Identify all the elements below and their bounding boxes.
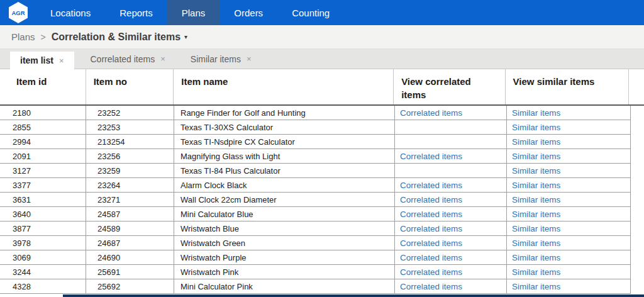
table-header-row: Item id Item no Item name View correlate… — [0, 69, 644, 106]
nav-item-counting[interactable]: Counting — [277, 0, 344, 25]
table-row: 2091 23256 Magnifying Glass with Light C… — [0, 149, 644, 164]
cell-extra — [631, 236, 644, 250]
table-row: 3069 24690 Wristwatch Purple Correlated … — [0, 250, 644, 265]
cell-item-id: 3640 — [0, 207, 86, 221]
cell-similar: Similar items — [507, 193, 631, 207]
table-row: 3640 24587 Mini Calculator Blue Correlat… — [0, 207, 644, 221]
nav-item-plans[interactable]: Plans — [167, 0, 220, 25]
table-body: 2180 23252 Range Finder for Golf and Hun… — [0, 106, 644, 294]
cell-correlated: Correlated items — [395, 207, 507, 221]
nav-item-locations[interactable]: Locations — [36, 0, 105, 25]
correlated-items-link[interactable]: Correlated items — [400, 181, 462, 190]
cell-extra — [631, 120, 644, 135]
tab-correlated-items[interactable]: Correlated items × — [82, 49, 174, 69]
cell-item-id: 2855 — [0, 120, 86, 135]
cell-similar: Similar items — [507, 135, 631, 149]
header-item-name: Item name — [174, 69, 394, 104]
cell-item-name: Wall Clock 22cm Diameter — [174, 193, 395, 207]
tab-item-list[interactable]: item list × — [10, 52, 74, 69]
dropdown-caret-icon[interactable]: ▾ — [184, 33, 187, 40]
items-table: Item id Item no Item name View correlate… — [0, 69, 644, 297]
close-icon[interactable]: × — [59, 56, 64, 65]
similar-items-link[interactable]: Similar items — [512, 224, 560, 233]
similar-items-link[interactable]: Similar items — [512, 108, 560, 118]
tab-gap — [74, 49, 82, 69]
header-item-id: Item id — [0, 69, 86, 104]
similar-items-link[interactable]: Similar items — [512, 195, 560, 205]
page-title[interactable]: Correlation & Similar items — [52, 31, 180, 43]
cell-correlated — [395, 164, 507, 178]
table-row: 2855 23253 Texas TI-30XS Calculator Simi… — [0, 120, 644, 135]
cell-item-name: Wristwatch Pink — [174, 265, 395, 279]
similar-items-link[interactable]: Similar items — [512, 210, 560, 219]
cell-item-id: 3631 — [0, 193, 86, 207]
close-icon[interactable]: × — [160, 54, 165, 64]
cell-correlated: Correlated items — [395, 193, 507, 207]
correlated-items-link[interactable]: Correlated items — [400, 195, 462, 205]
cell-item-id: 2091 — [0, 149, 86, 164]
agr-logo[interactable]: AGR — [0, 0, 36, 25]
similar-items-link[interactable]: Similar items — [512, 253, 560, 262]
cell-item-name: Wristwatch Blue — [174, 221, 395, 236]
cell-item-id: 3069 — [0, 250, 86, 265]
cell-similar: Similar items — [507, 279, 631, 294]
cell-correlated: Correlated items — [395, 236, 507, 250]
cell-item-no: 24690 — [86, 250, 174, 265]
nav-item-reports[interactable]: Reports — [105, 0, 167, 25]
cell-extra — [631, 106, 644, 120]
cell-item-id: 2994 — [0, 135, 86, 149]
table-row: 3978 24687 Wristwatch Green Correlated i… — [0, 236, 644, 250]
cell-item-name: Texas TI-Nsdpire CX Calculator — [174, 135, 395, 149]
cell-similar: Similar items — [507, 164, 631, 178]
header-extra-column — [629, 69, 644, 104]
similar-items-link[interactable]: Similar items — [512, 123, 560, 132]
correlated-items-link[interactable]: Correlated items — [400, 108, 462, 118]
correlated-items-link[interactable]: Correlated items — [400, 224, 462, 233]
cell-item-name: Magnifying Glass with Light — [174, 149, 395, 164]
cell-item-no: 213254 — [86, 135, 174, 149]
breadcrumb-plans-link[interactable]: Plans — [11, 31, 35, 42]
cell-correlated: Correlated items — [395, 221, 507, 236]
cell-similar: Similar items — [507, 265, 631, 279]
similar-items-link[interactable]: Similar items — [512, 267, 560, 277]
correlated-items-link[interactable]: Correlated items — [400, 267, 462, 277]
cell-item-id: 4328 — [0, 279, 86, 294]
cell-extra — [631, 207, 644, 221]
cell-extra — [631, 279, 644, 294]
cell-correlated: Correlated items — [395, 178, 507, 193]
similar-items-link[interactable]: Similar items — [512, 181, 560, 190]
breadcrumb-separator-icon: > — [41, 32, 46, 42]
cell-extra — [631, 178, 644, 193]
breadcrumb: Plans > Correlation & Similar items ▾ — [0, 25, 644, 49]
cell-item-id: 3877 — [0, 221, 86, 236]
cell-item-id: 3127 — [0, 164, 86, 178]
similar-items-link[interactable]: Similar items — [512, 166, 560, 176]
correlated-items-link[interactable]: Correlated items — [400, 282, 462, 291]
tab-label: item list — [20, 55, 53, 65]
cell-correlated: Correlated items — [395, 265, 507, 279]
tab-label: Similar items — [191, 54, 241, 64]
cell-item-no: 23256 — [86, 149, 174, 164]
cell-correlated — [395, 135, 507, 149]
close-icon[interactable]: × — [247, 54, 252, 64]
similar-items-link[interactable]: Similar items — [512, 238, 560, 248]
cell-item-name: Texas TI-84 Plus Calculator — [174, 164, 395, 178]
tab-similar-items[interactable]: Similar items × — [182, 49, 260, 69]
cell-item-name: Mini Calculator Blue — [174, 207, 395, 221]
cell-similar: Similar items — [507, 120, 631, 135]
similar-items-link[interactable]: Similar items — [512, 152, 560, 161]
similar-items-link[interactable]: Similar items — [512, 137, 560, 147]
header-view-similar-items: View similar items — [506, 69, 629, 104]
correlated-items-link[interactable]: Correlated items — [400, 238, 462, 248]
nav-item-orders[interactable]: Orders — [219, 0, 277, 25]
cell-item-name: Texas TI-30XS Calculator — [174, 120, 395, 135]
tab-label: Correlated items — [91, 54, 155, 64]
similar-items-link[interactable]: Similar items — [512, 282, 560, 291]
cell-item-no: 24587 — [86, 207, 174, 221]
header-item-no: Item no — [86, 69, 174, 104]
top-navbar: AGR Locations Reports Plans Orders Count… — [0, 0, 644, 25]
correlated-items-link[interactable]: Correlated items — [400, 210, 462, 219]
correlated-items-link[interactable]: Correlated items — [400, 152, 462, 161]
correlated-items-link[interactable]: Correlated items — [400, 253, 462, 262]
table-row: 3631 23271 Wall Clock 22cm Diameter Corr… — [0, 193, 644, 207]
